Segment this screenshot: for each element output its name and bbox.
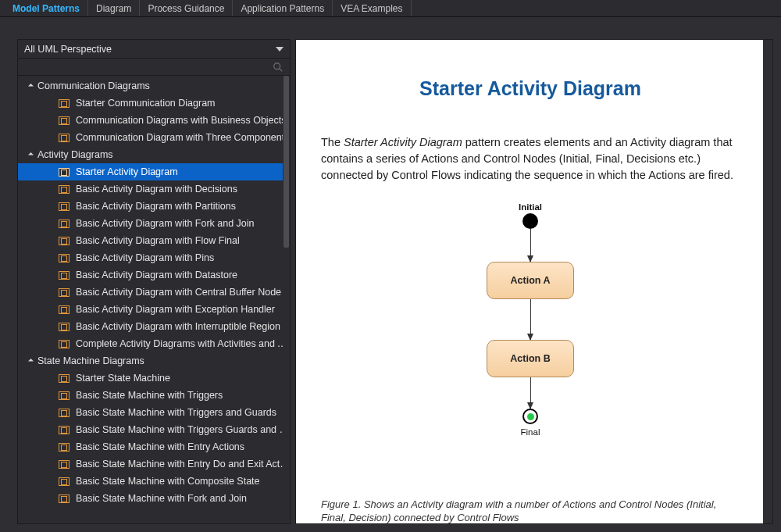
item-label: Basic Activity Diagram with Flow Final [76,235,240,246]
tree-item[interactable]: Basic State Machine with Entry Do and Ex… [18,455,290,473]
flow-arrow-icon [530,377,531,409]
final-node-icon [522,409,538,424]
twisty-icon [28,358,34,363]
diagram-icon [59,254,70,262]
item-label: Basic State Machine with Triggers [76,390,223,401]
item-label: Basic Activity Diagram with Central Buff… [76,287,281,298]
tree-item[interactable]: Basic Activity Diagram with Pins [18,249,290,266]
diagram-icon [59,460,70,469]
tree-item[interactable]: Starter Communication Diagram [18,95,290,112]
diagram-icon [59,477,70,486]
diagram-icon [59,391,70,400]
tree-item[interactable]: Basic Activity Diagram with Interruptibl… [18,318,290,335]
flow-arrow-icon [530,299,531,340]
tree-scrollbar-thumb[interactable] [284,76,289,248]
tree-item[interactable]: Basic State Machine with Triggers Guards… [18,421,290,438]
group-label: Communication Diagrams [37,80,150,91]
diagram-icon [59,99,70,108]
item-label: Basic Activity Diagram with Interruptibl… [76,321,280,332]
patterns-sidebar: All UML Perspective Communication Diagra… [17,39,291,524]
diagram-icon [59,237,70,245]
item-label: Basic State Machine with Entry Actions [76,441,244,452]
item-label: Basic State Machine with Fork and Join [76,493,247,504]
activity-diagram-figure: Initial Action A Action B Final [321,202,740,437]
item-label: Basic Activity Diagram with Datastore [76,270,237,280]
svg-line-1 [280,68,283,71]
tree-item[interactable]: Communication Diagram with Three Compone… [18,129,290,146]
tree-item[interactable]: Basic State Machine with Entry Actions [18,438,290,455]
item-label: Communication Diagram with Three Compone… [76,132,290,143]
diagram-icon [59,116,70,125]
diagram-icon [59,340,70,348]
tree-scrollbar[interactable] [283,76,290,523]
tree-group-state-machine-diagrams[interactable]: State Machine Diagrams [18,352,290,370]
tree-item[interactable]: Starter State Machine [18,370,290,387]
tree-item[interactable]: Basic Activity Diagram with Central Buff… [18,284,290,301]
diagram-icon [59,409,70,417]
tree-item[interactable]: Basic State Machine with Triggers [18,387,290,404]
group-label: Activity Diagrams [37,149,113,160]
item-label: Basic State Machine with Entry Do and Ex… [76,459,290,470]
page-title: Starter Activity Diagram [321,77,740,100]
tab-diagram[interactable]: Diagram [88,0,140,16]
desc-em: Starter Activity Diagram [344,136,462,148]
tree-item[interactable]: Basic State Machine with Composite State [18,473,290,490]
twisty-icon [28,83,34,88]
twisty-icon [28,152,34,157]
item-label: Basic State Machine with Composite State [76,476,260,487]
tab-model-patterns[interactable]: Model Patterns [5,0,88,16]
diagram-icon [59,271,70,280]
item-label: Basic Activity Diagram with Pins [76,252,214,263]
tab-process-guidance[interactable]: Process Guidance [140,0,233,16]
diagram-icon [59,134,70,142]
tree-item[interactable]: Basic Activity Diagram with Exception Ha… [18,301,290,318]
figure-caption: Figure 1. Shows an Activity diagram with… [321,498,732,524]
tree-item[interactable]: Basic Activity Diagram with Decisions [18,180,290,198]
diagram-icon [59,168,70,177]
tab-application-patterns[interactable]: Application Patterns [233,0,333,16]
initial-node-icon [522,213,538,229]
tree-item[interactable]: Basic Activity Diagram with Partitions [18,198,290,215]
svg-point-0 [274,62,280,69]
tree-item[interactable]: Communication Diagrams with Business Obj… [18,112,290,129]
tree-item[interactable]: Basic Activity Diagram with Datastore [18,266,290,284]
item-label: Starter Activity Diagram [76,166,178,177]
perspective-dropdown[interactable]: All UML Perspective [18,40,290,59]
final-label: Final [521,427,540,437]
tree-item[interactable]: Basic Activity Diagram with Flow Final [18,232,290,249]
diagram-icon [59,288,70,297]
content-panel: Starter Activity Diagram The Starter Act… [295,39,773,524]
tree-item[interactable]: Basic Activity Diagram with Fork and Joi… [18,215,290,232]
item-label: Starter Communication Diagram [76,98,216,109]
chevron-down-icon [276,47,284,52]
diagram-icon [59,323,70,331]
tree-item[interactable]: Complete Activity Diagrams with Activiti… [18,335,290,352]
item-label: Basic Activity Diagram with Decisions [76,184,237,195]
tab-vea-examples[interactable]: VEA Examples [333,0,411,16]
item-label: Basic Activity Diagram with Partitions [76,201,236,212]
action-node: Action A [487,262,574,299]
diagram-icon [59,426,70,434]
item-label: Communication Diagrams with Business Obj… [76,115,287,126]
initial-label: Initial [519,202,542,212]
diagram-icon [59,495,70,503]
pattern-tree: Communication Diagrams Starter Communica… [18,76,290,523]
tree-item-selected[interactable]: Starter Activity Diagram [18,163,290,180]
content-scrollbar[interactable] [763,40,772,523]
diagram-icon [59,202,70,211]
tree-item[interactable]: Basic State Machine with Triggers and Gu… [18,404,290,421]
item-label: Complete Activity Diagrams with Activiti… [76,338,290,349]
tree-group-activity-diagrams[interactable]: Activity Diagrams [18,146,290,163]
pattern-description: The Starter Activity Diagram pattern cre… [321,134,740,184]
tree-group-communication-diagrams[interactable]: Communication Diagrams [18,77,290,95]
item-label: Basic State Machine with Triggers and Gu… [76,407,276,418]
item-label: Basic Activity Diagram with Exception Ha… [76,304,275,315]
desc-prefix: The [321,136,344,148]
perspective-label: All UML Perspective [24,44,112,55]
tree-item[interactable]: Basic State Machine with Fork and Join [18,490,290,507]
item-label: Basic State Machine with Triggers Guards… [76,424,290,435]
item-label: Starter State Machine [76,373,170,384]
tab-bar: Model Patterns Diagram Process Guidance … [0,0,781,17]
search-icon[interactable] [273,62,284,73]
diagram-icon [59,220,70,228]
